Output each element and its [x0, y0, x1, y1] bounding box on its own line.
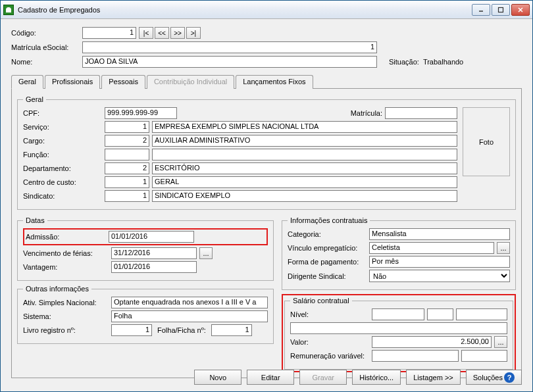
sistema-field[interactable]: Folha: [111, 310, 268, 322]
servico-cod-field[interactable]: 1: [105, 121, 149, 133]
tab-pessoais[interactable]: Pessoais: [101, 75, 145, 89]
photo-placeholder[interactable]: Foto: [463, 107, 510, 176]
nivel-field-3[interactable]: [456, 308, 507, 320]
nivel-field-1[interactable]: [372, 308, 424, 320]
funcao-label: Função:: [23, 151, 102, 159]
servico-nome-field[interactable]: EMPRESA EXEMPLO SIMPLES NACIONAL LTDA: [152, 121, 457, 133]
simples-field[interactable]: Optante enquadrada nos anexos I a III e …: [111, 297, 268, 308]
codigo-label: Código:: [11, 29, 82, 37]
depto-label: Departamento:: [23, 164, 102, 172]
remun-label: Remuneração variável:: [290, 352, 369, 360]
sind-label: Sindicato:: [23, 192, 102, 200]
vinculo-label: Vínculo empregatício:: [288, 244, 367, 252]
admissao-label: Admissão:: [26, 233, 109, 241]
nome-label: Nome:: [11, 58, 82, 66]
vinculo-field[interactable]: Celetista: [369, 242, 494, 254]
matricula-esocial-label: Matrícula eSocial:: [11, 43, 82, 51]
forma-field[interactable]: Por mês: [369, 256, 510, 268]
tab-profissionais[interactable]: Profissionais: [45, 75, 100, 89]
contratuais-group: Informações contratuais Categoria: Mensa…: [282, 216, 516, 290]
editar-button[interactable]: Editar: [247, 370, 294, 385]
contratuais-legend: Informações contratuais: [288, 216, 370, 224]
cc-cod-field[interactable]: 1: [105, 176, 149, 188]
gravar-button: Gravar: [299, 370, 347, 385]
depto-cod-field[interactable]: 2: [105, 162, 149, 174]
tab-geral[interactable]: Geral: [11, 75, 43, 89]
venc-ferias-lookup-button[interactable]: ...: [199, 247, 213, 259]
tab-contribuicao: Contribuição Individual: [147, 75, 234, 89]
matricula-field[interactable]: [385, 107, 457, 119]
servico-label: Serviço:: [23, 123, 102, 131]
sistema-label: Sistema:: [23, 312, 109, 320]
geral-group: Geral CPF: 999.999.999-99 Matrícula: Ser…: [17, 95, 516, 210]
app-window: Cadastro de Empregados Código: 1 |< << >…: [0, 0, 533, 392]
historico-button[interactable]: Histórico...: [352, 370, 401, 385]
valor-label: Valor:: [290, 338, 369, 346]
nav-prev-button[interactable]: <<: [155, 27, 169, 39]
cargo-label: Cargo:: [23, 137, 102, 145]
nav-first-button[interactable]: |<: [139, 27, 153, 39]
valor-lookup-button[interactable]: ...: [494, 336, 507, 348]
salario-legend: Salário contratual: [290, 297, 352, 305]
cc-nome-field[interactable]: GERAL: [152, 176, 457, 188]
remun-field-1[interactable]: [372, 350, 459, 362]
salario-group: Salário contratual Nível:: [284, 297, 513, 370]
datas-legend: Datas: [23, 216, 47, 224]
outras-group: Outras informações Ativ. Simples Naciona…: [17, 285, 274, 344]
venc-ferias-label: Vencimento de férias:: [23, 249, 109, 257]
funcao-nome-field[interactable]: [152, 149, 457, 160]
livro-field[interactable]: 1: [111, 324, 152, 336]
vantagem-field[interactable]: 01/01/2016: [111, 261, 197, 273]
forma-label: Forma de pagamento:: [288, 258, 367, 266]
depto-nome-field[interactable]: ESCRITÓRIO: [152, 162, 457, 174]
tab-lancamentos[interactable]: Lançamentos Fixos: [236, 75, 313, 89]
remun-field-2[interactable]: [461, 350, 507, 362]
minimize-button[interactable]: [472, 4, 490, 16]
nome-field[interactable]: JOAO DA SILVA: [82, 56, 377, 68]
codigo-field[interactable]: 1: [82, 27, 136, 39]
sind-cod-field[interactable]: 1: [105, 190, 149, 202]
cargo-nome-field[interactable]: AUXILIAR ADMINISTRATIVO: [152, 135, 457, 147]
datas-group: Datas Admissão: 01/01/2016 Vencimento de…: [17, 216, 274, 281]
cpf-label: CPF:: [23, 109, 102, 117]
app-icon: [3, 5, 14, 15]
folha-field[interactable]: 1: [211, 324, 252, 336]
matricula-label: Matrícula:: [351, 109, 382, 117]
outras-legend: Outras informações: [23, 285, 91, 293]
dirigente-select[interactable]: Não: [369, 270, 510, 282]
admissao-field[interactable]: 01/01/2016: [109, 231, 194, 243]
novo-button[interactable]: Novo: [194, 370, 241, 385]
photo-label: Foto: [479, 138, 494, 146]
tab-body: Geral CPF: 999.999.999-99 Matrícula: Ser…: [11, 89, 522, 378]
close-button[interactable]: [511, 4, 530, 16]
dirigente-label: Dirigente Sindical:: [288, 272, 367, 280]
cpf-field[interactable]: 999.999.999-99: [105, 107, 177, 119]
tabs: Geral Profissionais Pessoais Contribuiçã…: [11, 74, 522, 89]
cc-label: Centro de custo:: [23, 178, 102, 186]
help-icon: ?: [504, 372, 515, 383]
folha-label: Folha/Ficha nº:: [157, 326, 206, 334]
nivel-field-2[interactable]: [427, 308, 453, 320]
venc-ferias-field[interactable]: 31/12/2016: [111, 247, 197, 259]
situacao-value: Trabalhando: [423, 58, 463, 66]
footer-buttons: Novo Editar Gravar Histórico... Listagem…: [194, 370, 522, 385]
simples-label: Ativ. Simples Nacional:: [23, 299, 109, 306]
titlebar: Cadastro de Empregados: [1, 1, 532, 19]
maximize-button[interactable]: [492, 4, 510, 16]
categoria-label: Categoria:: [288, 230, 367, 238]
svg-rect-1: [499, 7, 503, 12]
matricula-esocial-field[interactable]: 1: [82, 41, 377, 53]
listagem-button[interactable]: Listagem >>: [406, 370, 461, 385]
nav-last-button[interactable]: >|: [186, 27, 201, 39]
geral-legend: Geral: [23, 95, 46, 103]
valor-field[interactable]: 2.500,00: [372, 336, 492, 348]
categoria-field[interactable]: Mensalista: [369, 228, 510, 240]
cargo-cod-field[interactable]: 2: [105, 135, 149, 147]
vinculo-lookup-button[interactable]: ...: [497, 242, 510, 254]
sind-nome-field[interactable]: SINDICATO EXEMPLO: [152, 190, 457, 202]
funcao-cod-field[interactable]: [105, 149, 149, 160]
nav-next-button[interactable]: >>: [170, 27, 185, 39]
solucoes-button[interactable]: Soluções ?: [466, 370, 522, 385]
window-title: Cadastro de Empregados: [18, 6, 472, 14]
nivel-desc-field[interactable]: [290, 322, 507, 334]
